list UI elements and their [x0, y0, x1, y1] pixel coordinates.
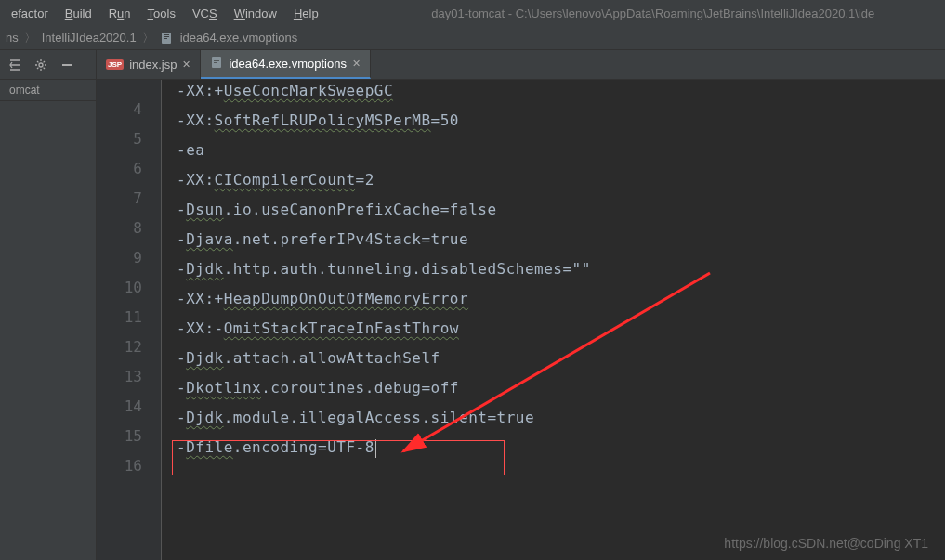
line-number: 8 — [97, 214, 142, 243]
chevron-right-icon: 〉 — [142, 30, 154, 46]
code-line[interactable]: -ea — [177, 136, 945, 165]
breadcrumb-item[interactable]: IntelliJIdea2020.1 — [42, 31, 137, 45]
menu-help[interactable]: Help — [286, 5, 326, 22]
line-number: 13 — [97, 362, 142, 392]
close-icon[interactable]: ✕ — [352, 58, 361, 70]
chevron-right-icon: 〉 — [24, 30, 36, 46]
jsp-icon: JSP — [106, 59, 124, 70]
menu-refactor[interactable]: efactor — [4, 5, 56, 22]
watermark: https://blog.cSDN.net@coDing XT1 — [724, 536, 928, 551]
code-line[interactable]: -XX:+UseConcMarkSweepGC — [177, 80, 945, 106]
line-number: 4 — [97, 95, 142, 124]
project-sidebar: omcat — [0, 50, 97, 560]
editor-area: JSP index.jsp ✕ idea64.exe.vmoptions ✕ 4… — [97, 50, 945, 560]
code-editor[interactable]: 45678910111213141516 -XX:+UseConcMarkSwe… — [97, 80, 945, 560]
svg-rect-3 — [164, 38, 167, 39]
code-line[interactable]: -Djdk.attach.allowAttachSelf — [177, 344, 945, 373]
text-cursor — [375, 439, 376, 458]
line-number: 7 — [97, 184, 142, 214]
line-number: 9 — [97, 243, 142, 273]
svg-rect-8 — [214, 60, 219, 61]
code-line[interactable]: -XX:CICompilerCount=2 — [177, 165, 945, 195]
code-content[interactable]: -XX:+UseConcMarkSweepGC-XX:SoftRefLRUPol… — [162, 80, 945, 560]
line-number: 11 — [97, 303, 142, 332]
menu-vcs[interactable]: VCS — [185, 5, 225, 22]
code-line[interactable]: -Dfile.encoding=UTF-8 — [177, 433, 945, 462]
close-icon[interactable]: ✕ — [182, 59, 190, 71]
line-number: 14 — [97, 392, 142, 422]
menu-build[interactable]: Build — [58, 5, 99, 22]
line-number: 10 — [97, 273, 142, 303]
menu-run[interactable]: Run — [101, 5, 138, 22]
code-line[interactable]: -XX:-OmitStackTraceInFastThrow — [177, 314, 945, 344]
breadcrumb-item[interactable]: idea64.exe.vmoptions — [180, 31, 297, 45]
menu-tools[interactable]: Tools — [140, 5, 183, 22]
window-title: day01-tomcat - C:\Users\lenovo\AppData\R… — [328, 7, 941, 20]
breadcrumb-item[interactable]: ns — [6, 31, 19, 45]
code-line[interactable]: -Dkotlinx.coroutines.debug=off — [177, 373, 945, 403]
file-icon — [160, 32, 173, 45]
svg-rect-1 — [164, 34, 169, 35]
collapse-icon[interactable] — [7, 58, 22, 72]
svg-point-4 — [39, 63, 43, 67]
svg-rect-9 — [214, 62, 217, 63]
tab-vmoptions[interactable]: idea64.exe.vmoptions ✕ — [201, 50, 370, 79]
code-line[interactable]: -XX:+HeapDumpOnOutOfMemoryError — [177, 284, 945, 314]
minimize-icon[interactable] — [59, 58, 74, 72]
code-line[interactable]: -Djava.net.preferIPv4Stack=true — [177, 225, 945, 254]
svg-rect-2 — [164, 36, 169, 37]
tab-label: idea64.exe.vmoptions — [229, 57, 346, 71]
tab-label: index.jsp — [129, 58, 177, 72]
editor-tabs: JSP index.jsp ✕ idea64.exe.vmoptions ✕ — [97, 50, 945, 80]
menu-window[interactable]: Window — [227, 5, 284, 22]
svg-rect-7 — [214, 59, 219, 59]
gear-icon[interactable] — [33, 58, 48, 72]
tab-index-jsp[interactable]: JSP index.jsp ✕ — [97, 50, 201, 79]
sidebar-item-tomcat[interactable]: omcat — [0, 80, 96, 101]
code-line[interactable]: -Djdk.http.auth.tunneling.disabledScheme… — [177, 254, 945, 284]
line-number: 5 — [97, 124, 142, 154]
code-line[interactable]: -Dsun.io.useCanonPrefixCache=false — [177, 195, 945, 225]
line-number: 12 — [97, 332, 142, 362]
breadcrumb: ns 〉 IntelliJIdea2020.1 〉 idea64.exe.vmo… — [0, 26, 945, 50]
file-icon — [210, 56, 223, 72]
gutter: 45678910111213141516 — [97, 80, 162, 560]
code-line[interactable]: -Djdk.module.illegalAccess.silent=true — [177, 403, 945, 433]
line-number: 15 — [97, 422, 142, 451]
svg-rect-5 — [62, 64, 72, 66]
menubar: efactor Build Run Tools VCS Window Help … — [0, 0, 945, 26]
code-line[interactable]: -XX:SoftRefLRUPolicyMSPerMB=50 — [177, 106, 945, 136]
line-number: 6 — [97, 154, 142, 184]
line-number: 16 — [97, 451, 142, 481]
